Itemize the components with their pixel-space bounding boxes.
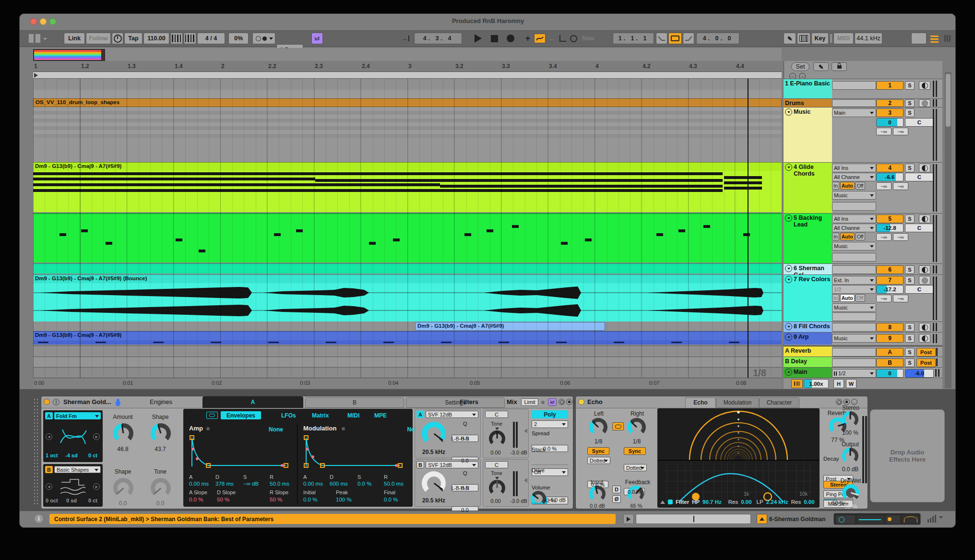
- left-time-knob[interactable]: [589, 418, 607, 436]
- filter-b-freq-knob[interactable]: [422, 471, 446, 495]
- track-number[interactable]: 1: [876, 81, 904, 90]
- view-switch-icon[interactable]: [28, 34, 47, 43]
- track-name[interactable]: 7 Rev Colors: [784, 275, 832, 322]
- overdub-plus-icon[interactable]: +: [523, 33, 533, 44]
- show-device-chain-button[interactable]: [757, 514, 767, 524]
- play-button[interactable]: [470, 33, 486, 44]
- track-header-rev-colors[interactable]: 7 Rev Colors Ext. In 1/2 In Auto Off Mus…: [784, 274, 942, 322]
- quantize-menu-icon[interactable]: [252, 33, 275, 44]
- send-a[interactable]: −∞: [876, 233, 892, 241]
- return-header-delay[interactable]: B Delay B S Post: [784, 357, 942, 368]
- lp-value[interactable]: 2.24 kHz: [766, 499, 788, 505]
- send-a[interactable]: −∞: [876, 295, 892, 302]
- lane-music-group-2[interactable]: [33, 138, 782, 162]
- left-sync-button[interactable]: Sync: [587, 447, 609, 455]
- right-time-knob[interactable]: [628, 418, 646, 436]
- track-number[interactable]: 7: [876, 276, 904, 285]
- unfold-icon[interactable]: [785, 108, 792, 116]
- unfold-icon[interactable]: [785, 323, 792, 330]
- track-header-fill-chords[interactable]: 8 Fill Chords 8 S: [784, 322, 942, 333]
- punch-in-icon[interactable]: [656, 33, 667, 44]
- randomize-icon[interactable]: [559, 399, 565, 405]
- track-number[interactable]: 5: [876, 214, 904, 223]
- stop-button[interactable]: [487, 33, 501, 44]
- arrangement-position[interactable]: 4. 3. 4: [414, 33, 462, 44]
- io-box[interactable]: [832, 323, 876, 332]
- filter-a-type-select[interactable]: SVF 12dB: [426, 411, 478, 418]
- mix-a-tone-knob[interactable]: [489, 430, 505, 447]
- lane-sherman[interactable]: [33, 263, 782, 274]
- res-value[interactable]: 0.00: [804, 499, 814, 505]
- zoom-width-button[interactable]: W: [846, 379, 856, 388]
- tab-modulation[interactable]: Modulation: [716, 397, 759, 408]
- unfold-icon[interactable]: [785, 265, 792, 272]
- send-b[interactable]: −∞: [893, 182, 908, 190]
- solo-button[interactable]: S: [905, 99, 915, 107]
- right-time-value[interactable]: 1/8: [628, 438, 646, 445]
- right-division-select[interactable]: Dotted: [624, 464, 647, 471]
- io-box[interactable]: [832, 202, 876, 211]
- pan-knob[interactable]: C: [905, 224, 934, 232]
- solo-button[interactable]: S: [905, 348, 915, 357]
- octave-value[interactable]: 1 oct: [46, 453, 58, 458]
- track-number[interactable]: 6: [876, 265, 904, 274]
- track-name[interactable]: Music: [784, 107, 832, 163]
- prev-wave-icon[interactable]: ◂: [46, 483, 52, 490]
- send-a[interactable]: −∞: [876, 182, 892, 190]
- metronome-icon[interactable]: [112, 33, 123, 44]
- loop-button[interactable]: [668, 33, 682, 44]
- engine-b-type-select[interactable]: Basic Shapes: [54, 466, 101, 473]
- clip-fill-chords[interactable]: Dm9 - G13(b9) - Cmaj9 - A7(#5#9): [415, 322, 605, 331]
- lane-fill-chords[interactable]: Dm9 - G13(b9) - Cmaj9 - A7(#5#9): [33, 322, 782, 331]
- filter-a-freq-knob[interactable]: [422, 422, 446, 446]
- playhead[interactable]: [748, 79, 749, 378]
- set-button[interactable]: Set: [791, 62, 809, 71]
- cent-value[interactable]: 0 ct: [88, 498, 97, 503]
- solo-button[interactable]: S: [905, 358, 915, 367]
- vertical-scrollbar[interactable]: [945, 72, 951, 388]
- phase-button[interactable]: Ø: [612, 495, 621, 503]
- adsr-values[interactable]: 0.00 ms 600 ms 0.0 % 50.0 ms: [303, 481, 411, 487]
- io-box[interactable]: [832, 253, 876, 262]
- unfold-icon[interactable]: [785, 276, 792, 283]
- engine-a-slot[interactable]: A: [45, 412, 53, 419]
- solo-button[interactable]: S: [905, 323, 915, 332]
- io-box[interactable]: [832, 312, 876, 321]
- filter-b-slot[interactable]: B: [416, 461, 424, 468]
- next-wave-icon[interactable]: ▸: [93, 433, 100, 440]
- cent-value[interactable]: 0 ct: [88, 453, 97, 458]
- next-wave-icon[interactable]: ▸: [93, 483, 100, 490]
- solo-button[interactable]: S: [905, 276, 915, 285]
- left-division-select[interactable]: Dotted: [587, 457, 610, 464]
- output-select[interactable]: Music: [832, 303, 876, 312]
- lane-main[interactable]: [33, 367, 782, 378]
- solo-button[interactable]: S: [905, 334, 915, 343]
- drywet-knob[interactable]: [842, 484, 859, 501]
- device-scroll-bar[interactable]: [636, 514, 751, 524]
- device-chain-thumbnail[interactable]: [833, 513, 921, 525]
- overview-loupe[interactable]: [33, 49, 102, 61]
- echo-tunnel-display[interactable]: 1k 10k Filter HP 90.7 Hz Res 0.00 LP 2.2…: [657, 408, 820, 508]
- ducking-button[interactable]: D: [612, 486, 621, 493]
- env-led[interactable]: [342, 427, 345, 430]
- preview-play-button[interactable]: [623, 514, 634, 524]
- tone-value[interactable]: 0.00: [485, 498, 506, 504]
- tab-engine-a[interactable]: A: [202, 396, 303, 408]
- nudge-down-icon[interactable]: [170, 33, 183, 44]
- stereo-value[interactable]: 100 %: [836, 429, 864, 436]
- amp-env-target-select[interactable]: None: [269, 426, 290, 433]
- scrub-area[interactable]: [33, 72, 782, 79]
- draw-mode-icon[interactable]: ✎: [784, 33, 796, 44]
- session-record-icon[interactable]: [569, 34, 578, 43]
- track-name[interactable]: 8 Fill Chords: [784, 322, 832, 333]
- arrangement-lanes[interactable]: OS_VV_110_drum_loop_shapes Dm9 - G13(b9)…: [33, 79, 782, 378]
- tab-midi[interactable]: MIDI: [347, 412, 359, 419]
- monitor-in[interactable]: In: [832, 233, 839, 240]
- track-name[interactable]: 6 Sherman Gol: [784, 264, 832, 275]
- left-time-value[interactable]: 1/8: [589, 438, 607, 445]
- unfold-icon[interactable]: [785, 369, 792, 376]
- pan-knob[interactable]: C: [905, 285, 934, 294]
- prev-wave-icon[interactable]: ◂: [46, 433, 52, 440]
- link-button[interactable]: Link: [64, 33, 85, 44]
- return-letter[interactable]: A: [876, 348, 904, 357]
